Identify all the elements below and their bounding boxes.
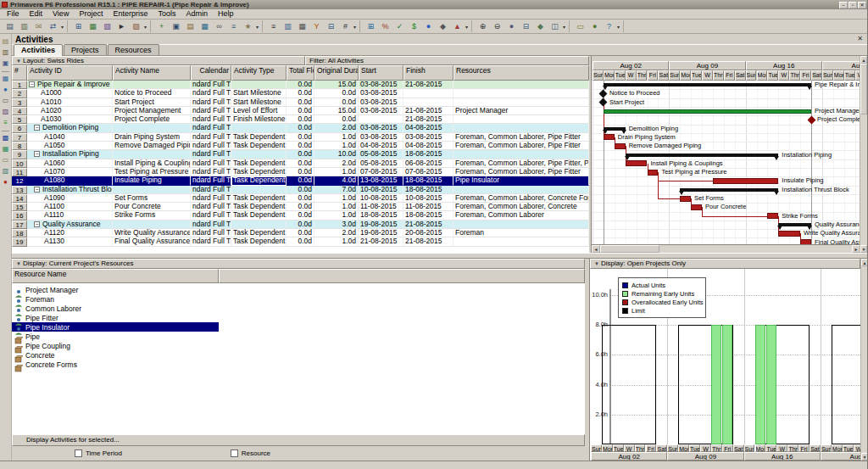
day-label[interactable]: Sun [744, 444, 755, 452]
table-row[interactable]: 14A1090Set Formsndard Full TimeTask Depe… [12, 194, 589, 203]
minimize-icon[interactable]: − [839, 2, 848, 8]
reports-icon[interactable]: ≡ [227, 20, 240, 32]
table-row[interactable]: 17−Quality Assurancendard Full Time0.0d3… [12, 221, 589, 229]
resource-item[interactable]: Foreman [12, 294, 219, 304]
toolbar-more-icon[interactable]: ▾ [465, 24, 468, 30]
day-label[interactable]: Tue [844, 70, 855, 81]
zoom-out-icon[interactable]: ⊖ [491, 20, 504, 32]
resources-icon[interactable]: ● [422, 20, 435, 32]
row-number[interactable]: 1 [12, 81, 27, 89]
tab-resources[interactable]: Resources [108, 44, 159, 55]
column-header-original-duration[interactable]: Original Duration [314, 65, 359, 81]
scroll-right-icon[interactable]: ► [852, 245, 860, 253]
row-number[interactable]: 7 [12, 133, 27, 142]
row-number[interactable]: 14 [12, 194, 27, 203]
row-number[interactable]: 15 [12, 203, 27, 211]
gantt-bar[interactable] [680, 188, 778, 192]
table-row[interactable]: 5A1030Project Completendard Full TimeFin… [12, 115, 589, 124]
projects-window-icon[interactable]: ▦ [1, 75, 10, 84]
day-label[interactable]: Sat [656, 444, 667, 452]
gantt-bar[interactable] [680, 196, 691, 202]
gantt-bar[interactable] [778, 231, 800, 237]
scroll-left-icon[interactable]: ◄ [592, 245, 600, 253]
currency-icon[interactable]: $ [408, 20, 420, 32]
collapse-icon[interactable]: − [34, 151, 40, 157]
layout-icon[interactable]: ▦ [296, 20, 309, 32]
row-number[interactable]: 19 [12, 237, 27, 246]
week-label[interactable]: Aug 16 [746, 61, 822, 70]
zoom-in-icon[interactable]: ⊕ [476, 20, 489, 32]
week-label[interactable]: Aug 09 [669, 61, 745, 70]
assignments-window-icon[interactable]: ▦ [1, 145, 10, 154]
row-number[interactable]: 6 [12, 124, 27, 132]
table-row[interactable]: 18A1120Write Quality Assurance Reportnda… [12, 229, 589, 237]
collapse-icon[interactable]: − [34, 221, 40, 227]
table-row[interactable]: 12A1080Insulate Pipingndard Full TimeTas… [12, 176, 589, 185]
menu-help[interactable]: Help [213, 9, 239, 19]
table-row[interactable]: 10A1060Install Piping & Couplingsndard F… [12, 159, 589, 168]
table-row[interactable]: 7A1040Drain Piping Systemndard Full Time… [12, 133, 589, 142]
day-label[interactable]: W [854, 444, 860, 452]
day-label[interactable]: Mon [604, 70, 615, 81]
row-number[interactable]: 3 [12, 98, 27, 107]
day-label[interactable]: Thr [713, 70, 724, 81]
user-session-icon[interactable]: ● [588, 20, 601, 32]
gantt-bar[interactable] [626, 160, 648, 166]
day-label[interactable]: Sun [591, 444, 602, 452]
day-label[interactable]: Mon [602, 444, 613, 452]
gantt-horizontal-scrollbar[interactable]: ◄ ► [592, 244, 860, 253]
day-label[interactable]: Mon [678, 444, 689, 452]
table-row[interactable]: 9−Installation Pipingndard Full Time0.0d… [12, 150, 589, 159]
row-number[interactable]: 18 [12, 229, 27, 237]
collapse-icon[interactable]: − [34, 187, 40, 193]
tab-activities[interactable]: Activities [14, 44, 63, 56]
row-number[interactable]: 2 [12, 89, 27, 98]
day-label[interactable]: W [702, 70, 713, 81]
resource-item[interactable]: Project Manager [12, 285, 219, 294]
notebook-icon[interactable]: ▭ [574, 20, 587, 32]
profile-display-bar[interactable]: ▼Display: Open Projects Only [590, 259, 860, 269]
level-resources-icon[interactable]: % [379, 20, 392, 32]
zoom-fit-icon[interactable]: ● [505, 20, 518, 32]
menu-tools[interactable]: Tools [153, 9, 181, 19]
column-header-calendar[interactable]: Calendar [191, 65, 231, 81]
menu-project[interactable]: Project [74, 9, 108, 19]
apply-actuals-icon[interactable]: ✓ [393, 20, 406, 32]
gantt-bar[interactable] [615, 143, 626, 149]
day-label[interactable]: Tue [691, 70, 702, 81]
refresh-data-icon[interactable]: ⇄ [47, 20, 59, 32]
day-label[interactable]: Thr [787, 444, 798, 452]
week-label[interactable]: Aug 09 [667, 452, 743, 461]
scroll-down-icon[interactable]: ▼ [860, 245, 867, 253]
bars-icon[interactable]: ≡ [267, 20, 280, 32]
steps-icon[interactable]: ▥ [1, 167, 10, 176]
day-label[interactable]: W [624, 444, 635, 452]
toolbar-more-icon[interactable]: ▾ [144, 24, 147, 30]
week-label[interactable]: Aug 2 [821, 452, 860, 461]
activity-table-icon[interactable]: ⊞ [72, 20, 85, 32]
table-row[interactable]: 13−Installation Thrust Blockndard Full T… [12, 186, 589, 194]
day-label[interactable]: Tue [767, 70, 778, 81]
toolbar-more-icon[interactable]: ▾ [563, 24, 565, 30]
filter-icon[interactable]: Y [310, 20, 323, 32]
resources-display-bar[interactable]: ▼Display: Current Project's Resources [12, 259, 585, 269]
row-number[interactable]: 9 [12, 150, 27, 159]
row-number[interactable]: 12 [12, 176, 27, 185]
wizard-icon[interactable]: ★ [242, 20, 254, 32]
day-label[interactable]: W [626, 70, 637, 81]
day-label[interactable]: Sun [821, 444, 832, 452]
gantt-bar[interactable] [604, 134, 615, 140]
day-label[interactable]: W [778, 70, 789, 81]
week-label[interactable]: Aug 16 [744, 452, 821, 461]
resource-name-header[interactable]: Resource Name [12, 269, 219, 283]
resource-item[interactable]: Pipe Insulator [12, 322, 219, 332]
scroll-thumb[interactable] [860, 64, 867, 114]
day-label[interactable]: W [776, 444, 787, 452]
gantt-milestone[interactable] [599, 98, 608, 107]
assignments-icon[interactable]: ◆ [437, 20, 449, 32]
gantt-bar[interactable] [626, 154, 779, 157]
resource-item[interactable]: Common Laborer [12, 304, 219, 313]
day-label[interactable]: Mon [680, 70, 691, 81]
tracking-window-icon[interactable]: ▨ [1, 108, 10, 117]
copy-icon[interactable]: ▣ [170, 20, 182, 32]
